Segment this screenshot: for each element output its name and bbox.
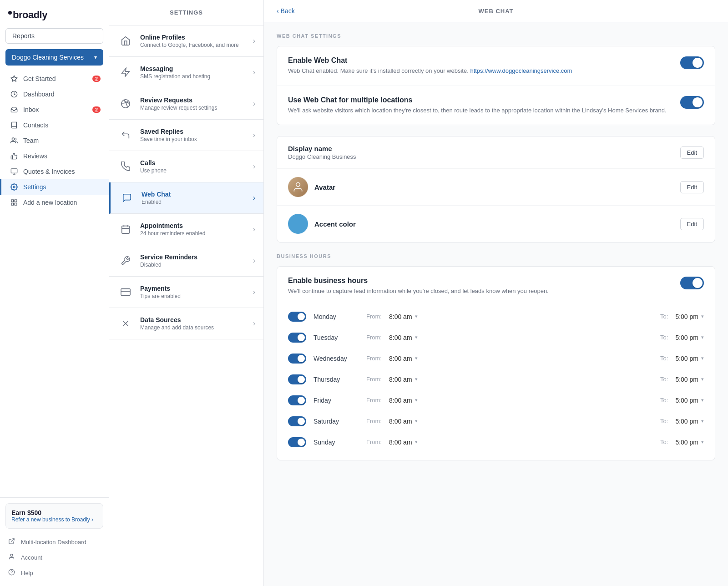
settings-item-title-web-chat: Web Chat xyxy=(142,191,253,198)
svg-rect-10 xyxy=(11,203,14,205)
settings-item-service-reminders[interactable]: Service Reminders Disabled › xyxy=(109,245,263,277)
hours-list: Monday From: 8:00 am▾ To: 5:00 pm▾ Tuesd… xyxy=(277,306,715,460)
sidebar-item-get-started[interactable]: Get Started 2 xyxy=(0,71,109,86)
settings-item-title-calls: Calls xyxy=(140,159,253,167)
reports-button[interactable]: Reports xyxy=(5,28,103,44)
saturday-label: Saturday xyxy=(313,418,359,425)
svg-point-2 xyxy=(12,138,14,140)
settings-item-review-requests[interactable]: Review Requests Manage review request se… xyxy=(109,88,263,120)
sunday-to[interactable]: 5:00 pm▾ xyxy=(675,439,704,446)
svg-marker-0 xyxy=(11,76,17,81)
footer-item-multi-location[interactable]: Multi-location Dashboard xyxy=(5,534,103,550)
enable-webchat-title: Enable Web Chat xyxy=(288,56,671,65)
friday-from[interactable]: 8:00 am▾ xyxy=(389,397,418,404)
settings-item-messaging[interactable]: Messaging SMS registration and hosting › xyxy=(109,57,263,88)
settings-item-subtitle-payments: Tips are enabled xyxy=(140,293,253,299)
hours-row-tuesday: Tuesday From: 8:00 am▾ To: 5:00 pm▾ xyxy=(288,327,704,348)
back-button[interactable]: ‹ Back xyxy=(277,7,295,15)
settings-item-payments[interactable]: Payments Tips are enabled › xyxy=(109,277,263,308)
tuesday-to[interactable]: 5:00 pm▾ xyxy=(675,334,704,341)
sidebar-item-quotes-invoices[interactable]: Quotes & Invoices xyxy=(0,164,109,179)
chevron-right-icon: › xyxy=(253,225,255,233)
hours-row-saturday: Saturday From: 8:00 am▾ To: 5:00 pm▾ xyxy=(288,411,704,432)
toggle-slider[interactable] xyxy=(680,277,704,289)
settings-item-content-review-requests: Review Requests Manage review request se… xyxy=(140,96,253,111)
wednesday-from[interactable]: 8:00 am▾ xyxy=(389,355,418,362)
friday-to[interactable]: 5:00 pm▾ xyxy=(675,397,704,404)
sidebar-item-team[interactable]: Team xyxy=(0,133,109,148)
chevron-right-icon: › xyxy=(253,257,255,265)
plug-icon xyxy=(117,315,134,332)
thursday-label: Thursday xyxy=(313,376,359,383)
wednesday-label: Wednesday xyxy=(313,355,359,362)
display-name-edit-button[interactable]: Edit xyxy=(680,146,704,159)
people-icon xyxy=(10,137,19,144)
monday-from[interactable]: 8:00 am▾ xyxy=(389,313,418,320)
gear-icon xyxy=(10,183,19,191)
tuesday-from[interactable]: 8:00 am▾ xyxy=(389,334,418,341)
settings-panel-title: SETTINGS xyxy=(117,9,255,16)
settings-item-appointments[interactable]: Appointments 24 hour reminders enabled › xyxy=(109,214,263,245)
nav-label-dashboard: Dashboard xyxy=(23,91,55,98)
sidebar-item-inbox[interactable]: Inbox 2 xyxy=(0,102,109,117)
wednesday-toggle[interactable] xyxy=(288,354,306,364)
accent-color-row-left: Accent color xyxy=(288,214,356,234)
monday-toggle[interactable] xyxy=(288,312,306,322)
thursday-to[interactable]: 5:00 pm▾ xyxy=(675,376,704,383)
saturday-to[interactable]: 5:00 pm▾ xyxy=(675,418,704,425)
saturday-from[interactable]: 8:00 am▾ xyxy=(389,418,418,425)
avatar-edit-button[interactable]: Edit xyxy=(680,181,704,193)
nav-label-team: Team xyxy=(23,137,39,144)
accent-color-edit-button[interactable]: Edit xyxy=(680,218,704,230)
tuesday-label: Tuesday xyxy=(313,334,359,341)
settings-item-title-payments: Payments xyxy=(140,285,253,292)
sunday-toggle[interactable] xyxy=(288,437,306,447)
nav-label-inbox: Inbox xyxy=(23,106,39,113)
wednesday-to[interactable]: 5:00 pm▾ xyxy=(675,355,704,362)
sidebar-item-settings[interactable]: Settings xyxy=(0,179,109,195)
multiple-locations-toggle[interactable] xyxy=(680,96,704,109)
sunday-from[interactable]: 8:00 am▾ xyxy=(389,439,418,446)
location-selector[interactable]: Doggo Cleaning Services ▾ xyxy=(5,49,103,66)
sidebar-item-reviews[interactable]: Reviews xyxy=(0,148,109,164)
sidebar-item-add-location[interactable]: Add a new location xyxy=(0,195,109,210)
lightning-icon xyxy=(117,64,134,81)
avatar xyxy=(288,177,308,197)
accent-color-swatch xyxy=(288,214,308,234)
footer-item-help[interactable]: Help xyxy=(5,565,103,581)
toggle-slider[interactable] xyxy=(680,96,704,109)
sidebar-item-dashboard[interactable]: Dashboard xyxy=(0,86,109,102)
enable-business-hours-toggle[interactable] xyxy=(680,277,704,289)
friday-label: Friday xyxy=(313,397,359,404)
settings-item-title-service-reminders: Service Reminders xyxy=(140,253,253,261)
settings-item-online-profiles[interactable]: Online Profiles Connect to Google, Faceb… xyxy=(109,25,263,57)
settings-item-calls[interactable]: Calls Use phone › xyxy=(109,151,263,182)
settings-item-content-online-profiles: Online Profiles Connect to Google, Faceb… xyxy=(140,34,253,48)
enable-webchat-toggle[interactable] xyxy=(680,56,704,69)
monday-to[interactable]: 5:00 pm▾ xyxy=(675,313,704,320)
settings-item-subtitle-review-requests: Manage review request settings xyxy=(140,105,253,111)
display-settings-card: Display name Doggo Cleaning Business Edi… xyxy=(277,136,715,242)
settings-item-content-calls: Calls Use phone xyxy=(140,159,253,174)
webchat-url[interactable]: https://www.doggocleaningservice.com xyxy=(470,67,572,74)
friday-toggle[interactable] xyxy=(288,395,306,405)
multiple-locations-title: Use Web Chat for multiple locations xyxy=(288,96,671,104)
svg-line-11 xyxy=(11,539,14,542)
tuesday-toggle[interactable] xyxy=(288,333,306,343)
saturday-toggle[interactable] xyxy=(288,416,306,426)
earn-card: Earn $500 Refer a new business to Broadl… xyxy=(5,503,103,529)
phone-icon xyxy=(117,158,134,175)
earn-subtitle[interactable]: Refer a new business to Broadly › xyxy=(11,516,97,523)
footer-item-account[interactable]: Account xyxy=(5,550,103,565)
sidebar-item-contacts[interactable]: Contacts xyxy=(0,117,109,133)
toggle-slider[interactable] xyxy=(680,56,704,69)
settings-item-content-appointments: Appointments 24 hour reminders enabled xyxy=(140,222,253,237)
thursday-from[interactable]: 8:00 am▾ xyxy=(389,376,418,383)
settings-item-saved-replies[interactable]: Saved Replies Save time in your inbox › xyxy=(109,120,263,151)
settings-item-web-chat[interactable]: Web Chat Enabled › xyxy=(109,182,263,214)
thursday-toggle[interactable] xyxy=(288,374,306,384)
svg-rect-21 xyxy=(121,289,130,296)
avatar-row: Avatar Edit xyxy=(277,169,715,206)
settings-panel-header: SETTINGS xyxy=(109,0,263,25)
settings-item-data-sources[interactable]: Data Sources Manage and add data sources… xyxy=(109,308,263,339)
